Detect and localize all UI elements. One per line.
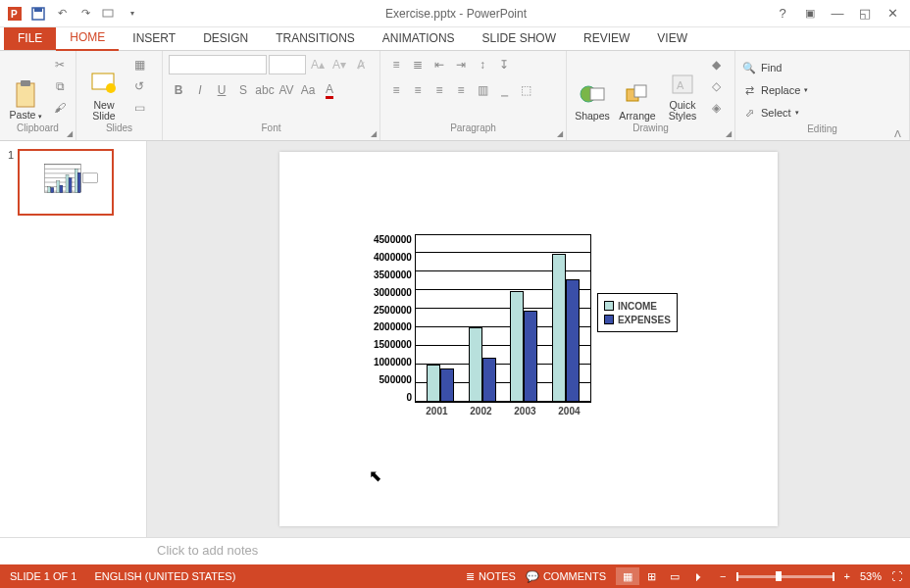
align-text-icon[interactable]: ⎯ bbox=[494, 80, 514, 100]
tab-slideshow[interactable]: SLIDE SHOW bbox=[469, 27, 570, 50]
new-slide-button[interactable]: New Slide bbox=[82, 55, 126, 122]
align-center-icon[interactable]: ≡ bbox=[408, 80, 428, 100]
bullets-icon[interactable]: ≡ bbox=[386, 55, 406, 74]
arrange-button[interactable]: Arrange bbox=[616, 55, 659, 122]
find-label: Find bbox=[761, 62, 782, 74]
replace-button[interactable]: ⇄Replace ▾ bbox=[741, 79, 808, 101]
copy-icon[interactable]: ⧉ bbox=[50, 76, 70, 96]
tab-transitions[interactable]: TRANSITIONS bbox=[262, 27, 369, 50]
font-size-combo[interactable] bbox=[269, 55, 306, 74]
find-button[interactable]: 🔍Find bbox=[741, 57, 782, 78]
status-language[interactable]: ENGLISH (UNITED STATES) bbox=[94, 570, 235, 582]
slideshow-view-icon[interactable]: ⏵ bbox=[686, 567, 710, 585]
format-painter-icon[interactable]: 🖌 bbox=[50, 98, 70, 118]
sorter-view-icon[interactable]: ⊞ bbox=[639, 567, 663, 585]
quick-styles-button[interactable]: A Quick Styles bbox=[663, 55, 702, 122]
zoom-in-icon[interactable]: + bbox=[844, 570, 850, 582]
comments-toggle[interactable]: 💬COMMENTS bbox=[526, 570, 606, 583]
shape-outline-icon[interactable]: ◇ bbox=[706, 76, 726, 96]
reset-icon[interactable]: ↺ bbox=[129, 76, 149, 96]
zoom-out-icon[interactable]: − bbox=[720, 570, 726, 582]
svg-rect-31 bbox=[83, 173, 98, 183]
justify-icon[interactable]: ≡ bbox=[451, 80, 471, 100]
underline-icon[interactable]: U bbox=[212, 80, 231, 100]
tab-insert[interactable]: INSERT bbox=[119, 27, 189, 50]
smartart-icon[interactable]: ⬚ bbox=[516, 80, 535, 100]
paste-label: Paste bbox=[10, 109, 36, 121]
slide-thumbnail[interactable] bbox=[18, 149, 114, 216]
quick-styles-label: Quick Styles bbox=[669, 100, 697, 122]
status-bar: SLIDE 1 OF 1 ENGLISH (UNITED STATES) ≣NO… bbox=[0, 564, 910, 588]
normal-view-icon[interactable]: ▦ bbox=[616, 567, 639, 585]
arrange-icon bbox=[622, 79, 653, 111]
numbering-icon[interactable]: ≣ bbox=[408, 55, 428, 74]
undo-icon[interactable]: ↶ bbox=[51, 3, 73, 24]
text-direction-icon[interactable]: ↧ bbox=[494, 55, 514, 74]
columns-icon[interactable]: ▥ bbox=[473, 80, 492, 100]
close-icon[interactable]: ✕ bbox=[881, 3, 904, 24]
italic-icon[interactable]: I bbox=[190, 80, 210, 100]
layout-icon[interactable]: ▦ bbox=[129, 55, 149, 74]
reading-view-icon[interactable]: ▭ bbox=[663, 567, 686, 585]
shape-fill-icon[interactable]: ◆ bbox=[706, 55, 726, 74]
qat-customize-icon[interactable]: ▾ bbox=[122, 3, 143, 24]
notes-toggle[interactable]: ≣NOTES bbox=[466, 570, 516, 583]
zoom-level[interactable]: 53% bbox=[860, 570, 882, 582]
help-icon[interactable]: ? bbox=[771, 3, 794, 24]
paste-button[interactable]: Paste ▾ bbox=[6, 55, 46, 122]
case-icon[interactable]: Aa bbox=[298, 80, 318, 100]
select-button[interactable]: ⬀Select ▾ bbox=[741, 102, 799, 123]
tab-animations[interactable]: ANIMATIONS bbox=[369, 27, 469, 50]
minimize-icon[interactable]: — bbox=[826, 3, 849, 24]
clear-format-icon[interactable]: A̷ bbox=[351, 55, 371, 74]
collapse-ribbon-icon[interactable]: ᐱ bbox=[894, 128, 901, 139]
strike-icon[interactable]: S bbox=[233, 80, 253, 100]
line-spacing-icon[interactable]: ↕ bbox=[473, 55, 492, 74]
slide-canvas-area[interactable]: 4500000400000035000003000000250000020000… bbox=[147, 141, 910, 537]
chart[interactable]: 4500000400000035000003000000250000020000… bbox=[374, 234, 697, 430]
increase-indent-icon[interactable]: ⇥ bbox=[451, 55, 471, 74]
tab-home[interactable]: HOME bbox=[56, 26, 119, 51]
font-name-combo[interactable] bbox=[169, 55, 267, 74]
shapes-button[interactable]: Shapes bbox=[573, 55, 612, 122]
cut-icon[interactable]: ✂ bbox=[50, 55, 70, 74]
grow-font-icon[interactable]: A▴ bbox=[308, 55, 328, 74]
status-slide-count[interactable]: SLIDE 1 OF 1 bbox=[10, 570, 76, 582]
paragraph-dialog-icon[interactable]: ◢ bbox=[557, 129, 563, 138]
section-icon[interactable]: ▭ bbox=[129, 98, 149, 118]
shrink-font-icon[interactable]: A▾ bbox=[329, 55, 349, 74]
svg-rect-28 bbox=[69, 177, 72, 192]
tab-review[interactable]: REVIEW bbox=[570, 27, 643, 50]
align-right-icon[interactable]: ≡ bbox=[430, 80, 449, 100]
drawing-dialog-icon[interactable]: ◢ bbox=[726, 129, 732, 138]
slide-panel[interactable]: 1 bbox=[0, 141, 147, 537]
workspace: 1 bbox=[0, 141, 910, 537]
restore-icon[interactable]: ◱ bbox=[853, 3, 877, 24]
redo-icon[interactable]: ↷ bbox=[75, 3, 96, 24]
clipboard-dialog-icon[interactable]: ◢ bbox=[67, 129, 73, 138]
replace-label: Replace bbox=[761, 84, 800, 96]
font-color-icon[interactable]: A bbox=[320, 80, 339, 100]
group-slides-label: Slides bbox=[76, 122, 162, 140]
fit-to-window-icon[interactable]: ⛶ bbox=[891, 570, 902, 582]
save-icon[interactable] bbox=[27, 3, 49, 24]
notes-placeholder: Click to add notes bbox=[157, 543, 258, 558]
shapes-label: Shapes bbox=[575, 111, 610, 122]
spacing-icon[interactable]: AV bbox=[277, 80, 296, 100]
shape-effects-icon[interactable]: ◈ bbox=[706, 98, 726, 118]
tab-view[interactable]: VIEW bbox=[643, 27, 701, 50]
ribbon-options-icon[interactable]: ▣ bbox=[798, 3, 822, 24]
start-from-beginning-icon[interactable] bbox=[98, 3, 120, 24]
align-left-icon[interactable]: ≡ bbox=[386, 80, 406, 100]
decrease-indent-icon[interactable]: ⇤ bbox=[430, 55, 449, 74]
font-dialog-icon[interactable]: ◢ bbox=[371, 129, 377, 138]
svg-rect-27 bbox=[66, 174, 69, 192]
zoom-slider[interactable] bbox=[736, 575, 834, 578]
app-icon[interactable]: P bbox=[4, 3, 25, 24]
notes-pane[interactable]: Click to add notes bbox=[0, 537, 910, 564]
tab-design[interactable]: DESIGN bbox=[189, 27, 262, 50]
shadow-icon[interactable]: abc bbox=[255, 80, 275, 100]
bold-icon[interactable]: B bbox=[169, 80, 188, 100]
slide[interactable]: 4500000400000035000003000000250000020000… bbox=[279, 152, 778, 526]
tab-file[interactable]: FILE bbox=[4, 27, 56, 50]
